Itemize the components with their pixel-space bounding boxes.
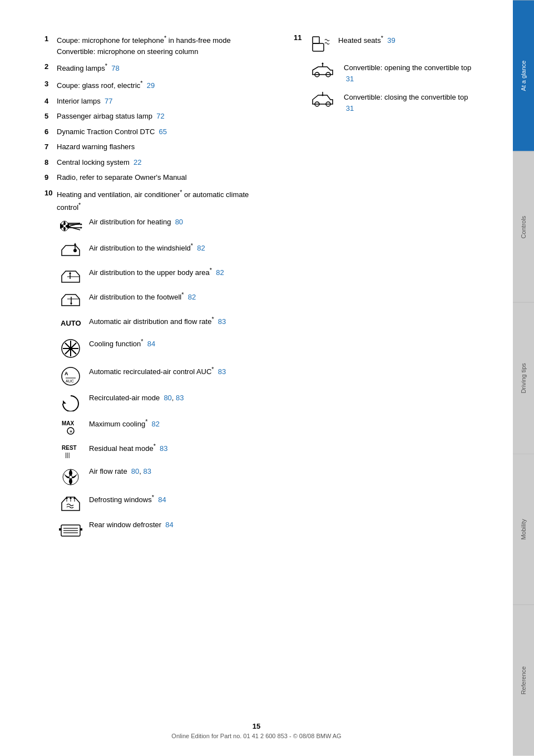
air-upper-icon xyxy=(57,267,85,284)
page-link[interactable]: 84 xyxy=(147,340,155,348)
air-heat-icon: ⛨ xyxy=(57,218,85,235)
page-link[interactable]: 72 xyxy=(156,112,164,120)
list-item: 10 Heating and ventilation, air conditio… xyxy=(44,188,271,213)
svg-rect-48 xyxy=(59,528,61,531)
page-link[interactable]: 83 xyxy=(218,317,226,326)
air-windshield-icon xyxy=(57,242,85,260)
svg-marker-30 xyxy=(63,400,66,404)
page-link[interactable]: 80 xyxy=(175,218,183,226)
svg-text:AUC: AUC xyxy=(66,379,74,383)
svg-marker-7 xyxy=(81,223,82,225)
air-footwell-icon xyxy=(57,291,85,309)
page-link[interactable]: 83 xyxy=(160,444,167,453)
max-icon: MAX ☀ xyxy=(57,418,85,436)
right-tabs: At a glance Controls Driving tips Mobili… xyxy=(513,0,534,756)
tab-at-a-glance[interactable]: At a glance xyxy=(513,0,534,151)
svg-marker-18 xyxy=(70,303,72,305)
svg-point-37 xyxy=(69,475,72,479)
auc-icon: A AUC xyxy=(57,366,85,387)
rest-icon: REST ||| xyxy=(57,443,85,460)
svg-marker-9 xyxy=(81,227,82,229)
svg-point-5 xyxy=(63,225,66,227)
tab-reference[interactable]: Reference xyxy=(513,605,534,756)
svg-marker-12 xyxy=(74,243,76,245)
heated-seats-icon xyxy=(310,35,333,55)
svg-text:A: A xyxy=(65,371,68,376)
page-link[interactable]: 22 xyxy=(134,158,141,166)
svg-text:|||: ||| xyxy=(65,451,70,458)
list-item: 1 Coupe: microphone for telephone* in ha… xyxy=(44,33,271,57)
page-link[interactable]: 39 xyxy=(387,36,395,45)
main-content: 1 Coupe: microphone for telephone* in ha… xyxy=(0,0,513,756)
page-link[interactable]: 83 xyxy=(218,367,226,376)
svg-rect-51 xyxy=(313,37,319,43)
list-item: 8 Central locking system 22 xyxy=(44,157,271,168)
page-link[interactable]: 83 xyxy=(144,467,151,475)
page-link[interactable]: 65 xyxy=(159,127,167,136)
climate-item: Defrosting windows* 84 xyxy=(57,493,271,514)
defrost-rear-icon xyxy=(57,521,85,541)
conv-close-icon xyxy=(310,92,338,109)
page-link[interactable]: 83 xyxy=(176,394,184,402)
climate-item: Air distribution to the footwell* 82 xyxy=(57,290,271,309)
page-link[interactable]: 77 xyxy=(105,97,112,105)
page-link[interactable]: 29 xyxy=(147,81,155,90)
page-link[interactable]: 82 xyxy=(197,244,205,252)
airflow-icon xyxy=(57,467,85,487)
list-item: 9 Radio, refer to separate Owner's Manua… xyxy=(44,172,271,183)
conv-open-icon xyxy=(310,62,338,79)
svg-point-25 xyxy=(69,347,72,350)
list-item: 2 Reading lamps* 78 xyxy=(44,61,271,74)
svg-rect-49 xyxy=(80,528,82,531)
list-item: 4 Interior lamps 77 xyxy=(44,96,271,107)
svg-point-10 xyxy=(73,249,77,252)
page-link[interactable]: 84 xyxy=(158,495,166,504)
svg-text:MAX: MAX xyxy=(62,420,75,426)
page-container: At a glance Controls Driving tips Mobili… xyxy=(0,0,534,756)
svg-text:AUTO: AUTO xyxy=(61,319,81,327)
climate-item: Air flow rate 80, 83 xyxy=(57,466,271,487)
climate-item: ⛨ xyxy=(57,217,271,235)
page-link[interactable]: 78 xyxy=(111,65,119,73)
footer-text: Online Edition for Part no. 01 41 2 600 … xyxy=(171,733,341,739)
climate-item: Recirculated-air mode 80, 83 xyxy=(57,392,271,411)
climate-item: A AUC Automatic recirculated-air control… xyxy=(57,365,271,387)
left-column: 1 Coupe: microphone for telephone* in ha… xyxy=(44,33,271,546)
auto-icon: AUTO xyxy=(57,316,85,331)
right-column: 11 xyxy=(294,33,479,546)
page-link[interactable]: 80 xyxy=(164,394,171,402)
page-link[interactable]: 82 xyxy=(152,420,160,428)
climate-item: AUTO Automatic air distribution and flow… xyxy=(57,315,271,331)
defrost-front-icon xyxy=(57,494,85,514)
page-link[interactable]: 80 xyxy=(131,467,139,475)
page-link[interactable]: 31 xyxy=(346,104,354,112)
svg-marker-15 xyxy=(69,272,71,274)
tab-controls[interactable]: Controls xyxy=(513,151,534,303)
tab-driving-tips[interactable]: Driving tips xyxy=(513,302,534,454)
page-link[interactable]: 82 xyxy=(188,293,196,301)
climate-item: Air distribution to the windshield* 82 xyxy=(57,241,271,260)
page-link[interactable]: 84 xyxy=(165,521,173,529)
recirculate-icon xyxy=(57,394,85,411)
climate-item: MAX ☀ Maximum cooling* 82 xyxy=(57,417,271,436)
cooling-icon xyxy=(57,338,85,359)
climate-item: Rear window defroster 84 xyxy=(57,519,271,541)
svg-marker-55 xyxy=(322,62,324,64)
page-footer: 15 Online Edition for Part no. 01 41 2 6… xyxy=(0,722,513,739)
svg-rect-50 xyxy=(313,43,324,51)
climate-item: Air distribution to the upper body area*… xyxy=(57,266,271,284)
climate-item: Cooling function* 84 xyxy=(57,337,271,359)
list-item: 6 Dynamic Traction Control DTC 65 xyxy=(44,126,271,138)
list-item: 7 Hazard warning flashers xyxy=(44,141,271,153)
tab-mobility[interactable]: Mobility xyxy=(513,454,534,605)
svg-text:☀: ☀ xyxy=(69,429,73,434)
page-link[interactable]: 31 xyxy=(346,75,354,83)
svg-line-2 xyxy=(68,227,80,230)
page-number: 15 xyxy=(253,722,260,730)
list-item: 5 Passenger airbag status lamp 72 xyxy=(44,111,271,122)
list-item: 3 Coupe: glass roof, electric* 29 xyxy=(44,78,271,91)
svg-text:REST: REST xyxy=(62,445,77,451)
page-link[interactable]: 82 xyxy=(216,268,224,277)
climate-item: REST ||| Residual heat mode* 83 xyxy=(57,441,271,460)
svg-line-3 xyxy=(68,223,80,227)
